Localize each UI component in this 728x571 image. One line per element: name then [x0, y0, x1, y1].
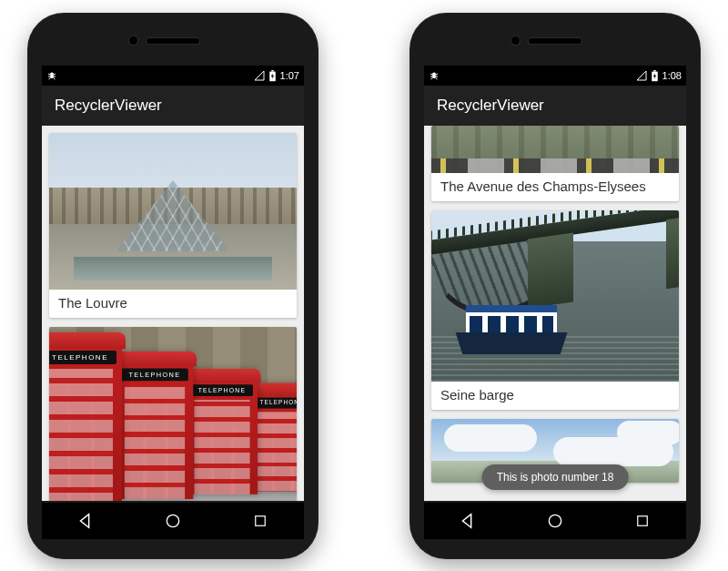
earpiece	[529, 38, 581, 44]
svg-line-7	[54, 78, 56, 80]
svg-rect-1	[50, 75, 54, 78]
earpiece	[147, 38, 199, 44]
screen: 1:07 RecyclerViewer The Louvre	[42, 66, 304, 501]
recycler-view[interactable]: The Avenue des Champs-Elysees	[424, 126, 686, 501]
status-bar: 1:07	[42, 66, 304, 86]
status-clock: 1:08	[662, 70, 682, 81]
signal-icon	[636, 70, 647, 81]
phonebox-sign: TELEPHONE	[49, 351, 116, 364]
phonebox-sign: TELEPHONE	[121, 368, 188, 381]
svg-line-6	[49, 78, 51, 80]
device-frame-right: 1:08 RecyclerViewer The Avenue des Champ…	[410, 13, 701, 559]
photo-caption: The Louvre	[49, 290, 297, 318]
phonebox-sign: TELEPHONE	[191, 384, 253, 396]
photo-image	[431, 126, 679, 173]
home-button[interactable]	[159, 507, 187, 535]
svg-line-19	[436, 78, 438, 80]
home-button[interactable]	[541, 507, 569, 535]
svg-rect-23	[638, 516, 648, 526]
device-frame-left: 1:07 RecyclerViewer The Louvre	[27, 13, 318, 559]
photo-image: TELEPHONE TELEPHONE TELEPHONE TELEPHONE	[49, 327, 297, 501]
recent-apps-button[interactable]	[629, 507, 656, 535]
photo-caption: The Avenue des Champs-Elysees	[431, 173, 679, 201]
photo-caption: Seine barge	[431, 382, 679, 410]
status-clock: 1:07	[280, 70, 299, 81]
front-camera	[511, 36, 520, 45]
app-title: RecyclerViewer	[437, 97, 544, 115]
photo-image	[49, 133, 297, 290]
svg-rect-21	[653, 70, 655, 72]
svg-line-18	[431, 78, 433, 80]
phonebox-sign: TELEPHONE	[253, 398, 297, 409]
svg-rect-9	[271, 70, 273, 72]
photo-image	[431, 210, 679, 382]
battery-charging-icon	[651, 70, 659, 82]
svg-rect-11	[256, 516, 266, 526]
photo-card[interactable]: Seine barge	[431, 210, 679, 410]
app-bar: RecyclerViewer	[42, 86, 304, 126]
navigation-bar	[424, 503, 686, 539]
navigation-bar	[42, 503, 304, 539]
svg-line-14	[430, 74, 432, 75]
battery-charging-icon	[268, 70, 277, 82]
photo-card[interactable]: TELEPHONE TELEPHONE TELEPHONE TELEPHONE	[49, 327, 297, 501]
app-title: RecyclerViewer	[55, 97, 162, 115]
svg-point-22	[549, 515, 561, 526]
recent-apps-button[interactable]	[247, 507, 274, 535]
debug-icon	[429, 70, 440, 81]
back-button[interactable]	[72, 507, 99, 535]
photo-card[interactable]: The Avenue des Champs-Elysees	[431, 126, 679, 201]
svg-line-15	[436, 74, 438, 75]
signal-icon	[254, 70, 265, 81]
status-bar: 1:08	[424, 66, 686, 86]
photo-card[interactable]: The Louvre	[49, 133, 297, 318]
toast-message: This is photo number 18	[482, 464, 629, 490]
screen: 1:08 RecyclerViewer The Avenue des Champ…	[424, 66, 686, 501]
app-bar: RecyclerViewer	[424, 86, 686, 126]
front-camera	[129, 36, 137, 45]
svg-rect-13	[432, 75, 436, 78]
recycler-view[interactable]: The Louvre TELEPHONE TELEPHONE TELEPHONE…	[42, 126, 304, 501]
svg-line-3	[54, 74, 56, 75]
svg-line-2	[48, 74, 50, 75]
debug-icon	[46, 70, 57, 81]
svg-point-10	[167, 515, 178, 526]
back-button[interactable]	[454, 507, 481, 535]
